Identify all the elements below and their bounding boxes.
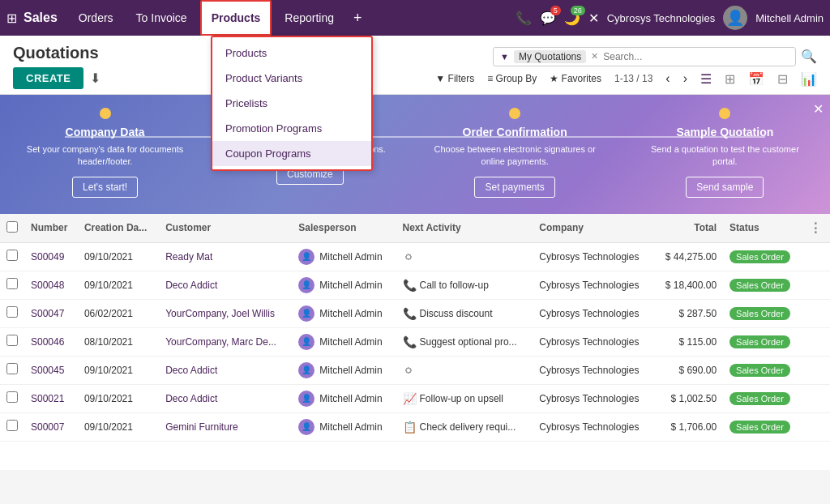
order-number-link-6[interactable]: S00007 [31,421,64,433]
step-dot-1 [100,108,111,119]
order-number-link-0[interactable]: S00049 [31,251,64,263]
salesperson-avatar-4: 👤 [298,362,314,378]
nav-reporting[interactable]: Reporting [275,0,344,36]
close-icon[interactable]: ✕ [588,11,599,26]
favorites-btn[interactable]: ★ Favorites [550,73,601,84]
view-chart-icon[interactable]: 📊 [801,71,817,87]
row-select-5[interactable] [6,391,18,403]
phone-icon[interactable]: 📞 [516,11,532,26]
row-options-4 [802,356,830,384]
row-select-0[interactable] [6,250,18,261]
nav-orders[interactable]: Orders [69,0,123,36]
products-menu: Products Product Variants Pricelists Pro… [211,36,373,171]
search-icon[interactable]: 🔍 [801,49,817,64]
quotations-table: Number Creation Da... Customer Salespers… [0,214,830,442]
column-options-icon[interactable]: ⋮ [809,221,822,235]
menu-pricelists[interactable]: Pricelists [212,91,371,116]
customer-link-1[interactable]: Deco Addict [165,280,217,291]
view-grid-icon[interactable]: ⊞ [725,71,735,87]
step-btn-4[interactable]: Send sample [686,177,764,198]
table-row: S00048 09/10/2021 Deco Addict 👤 Mitchell… [0,271,830,299]
customer-link-3[interactable]: YourCompany, Marc De... [165,336,276,348]
salesperson-avatar-0: 👤 [298,249,314,265]
search-input[interactable] [603,51,700,62]
customer-link-4[interactable]: Deco Addict [165,365,217,376]
th-checkbox [0,214,24,243]
row-customer-0: Ready Mat [159,242,292,271]
row-salesperson-6: 👤 Mitchell Admin [292,412,396,441]
row-number-5: S00021 [24,384,78,412]
step-btn-1[interactable]: Let's start! [72,177,138,198]
customer-link-5[interactable]: Deco Addict [165,393,217,404]
row-activity-6: 📋 Check delivery requi... [396,412,533,441]
salesperson-avatar-5: 👤 [298,391,314,407]
order-number-link-1[interactable]: S00048 [31,280,64,291]
order-number-link-2[interactable]: S00047 [31,308,64,319]
view-calendar-icon[interactable]: 📅 [748,71,764,87]
download-icon[interactable]: ⬇ [90,70,101,86]
nav-products[interactable]: Products [200,0,272,36]
status-badge-4: Sales Order [729,364,790,377]
row-number-4: S00045 [24,356,78,384]
view-table-icon[interactable]: ⊟ [777,71,788,87]
salesperson-name-0: Mitchell Admin [319,251,382,263]
status-badge-6: Sales Order [729,421,790,434]
salesperson-name-4: Mitchell Admin [319,365,382,376]
row-company-4: Cybrosys Technologies [533,356,654,384]
customer-link-6[interactable]: Gemini Furniture [165,421,237,433]
groupby-btn[interactable]: ≡ Group By [487,73,537,84]
row-creation-2: 06/02/2021 [78,299,159,327]
row-select-3[interactable] [6,335,18,346]
order-number-link-4[interactable]: S00045 [31,365,64,376]
user-name: Mitchell Admin [755,12,824,24]
step-btn-3[interactable]: Set payments [474,177,554,198]
banner-step-company: Company Data Set your company's data for… [24,108,186,198]
page-title: Quotations [13,44,101,62]
chat-icon[interactable]: 💬 5 [540,11,556,26]
activity-text-5: Follow-up on upsell [420,393,503,404]
row-select-6[interactable] [6,420,18,431]
row-total-1: $ 18,400.00 [654,271,723,299]
table-row: S00047 06/02/2021 YourCompany, Joel Will… [0,299,830,327]
row-select-4[interactable] [6,363,18,374]
create-button[interactable]: CREATE [13,67,83,89]
customer-link-0[interactable]: Ready Mat [165,251,212,263]
customer-link-2[interactable]: YourCompany, Joel Willis [165,308,275,319]
activity-chart-icon: 📈 [403,392,417,405]
filter-tag-close[interactable]: ✕ [591,51,598,62]
th-creation: Creation Da... [78,214,159,243]
menu-products[interactable]: Products [212,41,371,66]
moon-icon[interactable]: 🌙 26 [564,11,580,26]
banner-close-icon[interactable]: ✕ [813,101,824,117]
filter-tag: My Quotations [514,50,586,63]
table-row: S00046 08/10/2021 YourCompany, Marc De..… [0,327,830,356]
row-select-1[interactable] [6,278,18,289]
th-total: Total [654,214,723,243]
salesperson-name-1: Mitchell Admin [319,280,382,291]
menu-product-variants[interactable]: Product Variants [212,66,371,91]
nav-to-invoice[interactable]: To Invoice [126,0,197,36]
row-options-3 [802,327,830,356]
step-desc-4: Send a quotation to test the customer po… [644,143,806,169]
order-number-link-5[interactable]: S00021 [31,393,64,404]
menu-coupon-programs[interactable]: Coupon Programs [212,141,371,166]
select-all-checkbox[interactable] [6,221,18,233]
row-select-2[interactable] [6,306,18,318]
menu-promotion-programs[interactable]: Promotion Programs [212,116,371,141]
row-salesperson-5: 👤 Mitchell Admin [292,384,396,412]
row-creation-3: 08/10/2021 [78,327,159,356]
row-customer-6: Gemini Furniture [159,412,292,441]
nav-plus[interactable]: + [347,10,369,27]
next-page-btn[interactable]: › [683,71,687,86]
prev-page-btn[interactable]: ‹ [665,71,670,86]
row-total-5: $ 1,002.50 [654,384,723,412]
onboarding-banner: ✕ Company Data Set your company's data f… [0,95,830,214]
salesperson-name-6: Mitchell Admin [319,421,382,433]
view-list-icon[interactable]: ☰ [700,71,712,87]
status-badge-5: Sales Order [729,392,790,405]
grid-icon[interactable]: ⊞ [6,11,17,26]
row-creation-1: 09/10/2021 [78,271,159,299]
order-number-link-3[interactable]: S00046 [31,336,64,348]
filters-btn[interactable]: ▼ Filters [435,73,474,84]
row-creation-5: 09/10/2021 [78,384,159,412]
